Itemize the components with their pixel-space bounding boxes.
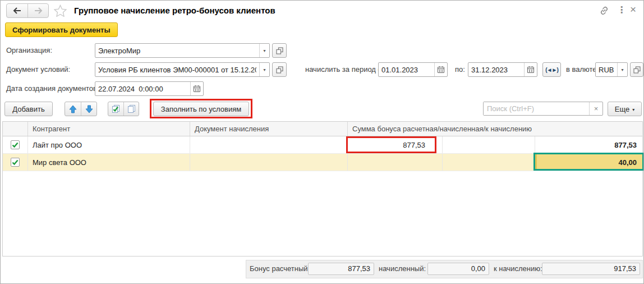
row-checkbox[interactable]	[11, 140, 20, 149]
total-calculated-label: Бонус расчетный:	[250, 263, 310, 275]
table-row[interactable]: Лайт про ООО 877,53 877,53	[3, 136, 642, 154]
total-accrued-label: начисленный:	[379, 263, 426, 275]
calendar-icon[interactable]	[434, 63, 447, 76]
total-to-accrue-value: 917,53	[542, 263, 640, 275]
move-up-button[interactable]	[65, 102, 81, 116]
organization-input[interactable]	[95, 44, 259, 57]
more-actions-label: Еще	[615, 105, 629, 113]
organization-combo: ▾	[95, 43, 270, 58]
conditions-doc-combo: ▾	[95, 62, 270, 77]
conditions-doc-input[interactable]	[95, 63, 259, 76]
check-all-button[interactable]	[108, 102, 123, 116]
bonus-accrual-window: Групповое начисление ретро-бонусов клиен…	[0, 0, 644, 284]
forward-arrow-icon	[34, 7, 43, 14]
cell-bonus-calculated[interactable]: 877,53	[348, 136, 443, 153]
cell-checkbox	[3, 136, 28, 153]
row-checkbox[interactable]	[11, 158, 20, 167]
get-link-icon[interactable]	[599, 5, 610, 18]
header-accrual-doc: Документ начисления	[190, 122, 348, 136]
more-actions-button[interactable]: Еще ▾	[608, 102, 642, 116]
cell-bonus-to-accrue[interactable]: 40,00	[535, 154, 642, 171]
generate-documents-button[interactable]: Сформировать документы	[5, 22, 118, 37]
creation-date-label: Дата создания документов:	[6, 81, 99, 96]
creation-date-input[interactable]	[95, 82, 190, 95]
cell-bonus-to-accrue[interactable]: 877,53	[535, 136, 642, 153]
currency-open-button[interactable]	[630, 62, 643, 77]
conditions-doc-open-button[interactable]	[272, 62, 287, 77]
organization-dropdown-icon[interactable]: ▾	[259, 44, 269, 57]
table-row[interactable]: Мир света ООО 40,00	[3, 154, 642, 171]
total-calculated-value: 877,53	[308, 263, 374, 275]
nav-buttons	[6, 3, 49, 18]
uncheck-all-icon	[127, 104, 136, 113]
up-arrow-icon	[69, 105, 77, 113]
move-down-button[interactable]	[81, 102, 96, 116]
close-icon[interactable]: ×	[630, 3, 636, 16]
down-arrow-icon	[85, 105, 93, 113]
header-bonus-amount: Сумма бонуса расчетная/начисленная/к нач…	[348, 122, 642, 136]
currency-label: в валюте:	[566, 62, 599, 77]
search-input[interactable]	[484, 102, 589, 115]
organization-open-button[interactable]	[272, 43, 287, 58]
calendar-icon[interactable]	[524, 63, 537, 76]
period-to-field	[468, 62, 537, 77]
calendar-icon[interactable]	[190, 82, 203, 95]
checkmark-icon	[12, 159, 19, 166]
page-title: Групповое начисление ретро-бонусов клиен…	[74, 6, 275, 15]
favorite-star-icon[interactable]	[54, 4, 67, 17]
back-arrow-icon	[13, 7, 22, 14]
open-form-icon	[633, 66, 641, 74]
organization-label: Организация:	[6, 43, 52, 58]
cell-bonus-calculated[interactable]	[348, 154, 443, 171]
cell-counterparty[interactable]: Лайт про ООО	[28, 136, 190, 153]
currency-dropdown-icon[interactable]: ▾	[617, 63, 627, 76]
checkmark-icon	[12, 142, 19, 148]
add-row-button[interactable]: Добавить	[4, 102, 53, 116]
conditions-doc-label: Документ условий:	[6, 62, 70, 77]
clear-search-icon[interactable]: ×	[589, 102, 602, 115]
table-header: Контрагент Документ начисления Сумма бон…	[3, 122, 642, 136]
total-accrued-value: 0,00	[427, 263, 489, 275]
cell-accrual-doc[interactable]	[190, 136, 348, 153]
cell-accrual-doc[interactable]	[190, 154, 348, 171]
currency-input[interactable]	[596, 63, 617, 76]
counterparties-table: Контрагент Документ начисления Сумма бон…	[2, 121, 643, 256]
checkbox-buttons	[108, 102, 139, 116]
cell-counterparty[interactable]: Мир света ООО	[28, 154, 190, 171]
back-button[interactable]	[7, 4, 27, 17]
check-all-icon	[111, 104, 121, 113]
creation-date-field	[95, 81, 204, 96]
header-counterparty: Контрагент	[28, 122, 190, 136]
cell-bonus-accrued[interactable]	[443, 136, 535, 153]
more-menu-icon[interactable]: ⋮	[617, 4, 626, 15]
total-to-accrue-label: к начислению:	[494, 263, 542, 275]
select-period-button[interactable]: (◄►)	[542, 62, 561, 77]
move-row-buttons	[65, 102, 97, 116]
forward-button[interactable]	[27, 4, 48, 17]
open-form-icon	[276, 47, 283, 54]
period-select-icon: (◄►)	[545, 67, 558, 73]
conditions-doc-dropdown-icon[interactable]: ▾	[259, 63, 269, 76]
period-from-label: начислить за период с:	[305, 62, 384, 77]
open-form-icon	[276, 66, 283, 74]
cell-checkbox	[3, 154, 28, 171]
cell-bonus-accrued[interactable]	[443, 154, 535, 171]
period-to-label: по:	[455, 62, 465, 77]
period-to-input[interactable]	[468, 63, 524, 76]
currency-combo: ▾	[595, 62, 628, 77]
period-from-field	[378, 62, 448, 77]
fill-by-conditions-button[interactable]: Заполнить по условиям	[153, 102, 249, 116]
period-from-input[interactable]	[379, 63, 434, 76]
search-box: ×	[483, 102, 603, 116]
header-checkbox-column	[3, 122, 28, 136]
chevron-down-icon: ▾	[632, 107, 634, 112]
uncheck-all-button[interactable]	[123, 102, 139, 116]
